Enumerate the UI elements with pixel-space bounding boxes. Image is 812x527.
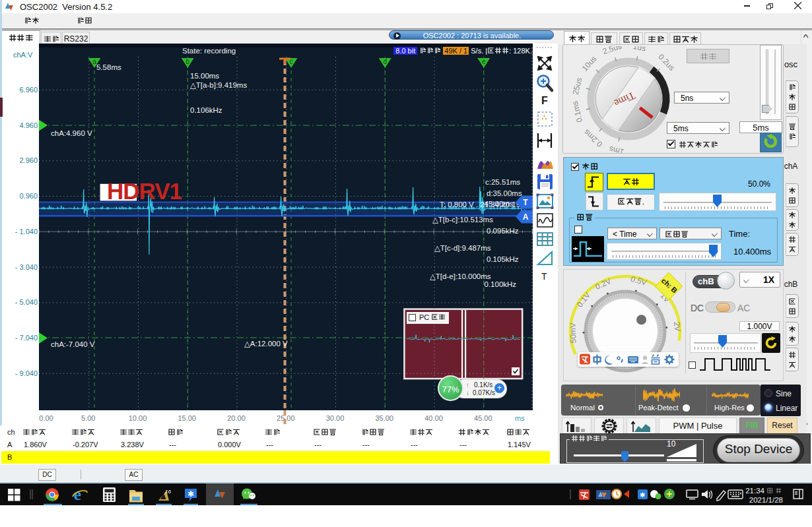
svg-text:△T[a-b]:9.419ms: △T[a-b]:9.419ms: [190, 81, 247, 89]
svg-text:50mV: 50mV: [568, 323, 578, 344]
svg-text:15.00ms: 15.00ms: [190, 72, 219, 80]
svg-text:b: b: [186, 58, 189, 65]
svg-text:F: F: [541, 95, 548, 106]
svg-text:chA:4.960 V: chA:4.960 V: [51, 129, 92, 137]
svg-text:△T[c-d]:9.487ms: △T[c-d]:9.487ms: [434, 244, 491, 252]
svg-text:25us: 25us: [570, 77, 584, 96]
svg-text:chA:-7.040 V: chA:-7.040 V: [51, 340, 95, 348]
svg-text:9: 9: [165, 495, 168, 500]
svg-text:0.5V: 0.5V: [630, 274, 648, 288]
svg-text:✱: ✱: [187, 489, 194, 499]
svg-text:d:35.00ms: d:35.00ms: [487, 189, 522, 197]
svg-text:0.100kHz: 0.100kHz: [485, 280, 517, 288]
svg-text:c:25.51ms: c:25.51ms: [485, 178, 520, 186]
svg-text:✱: ✱: [640, 491, 645, 499]
svg-text:0.106kHz: 0.106kHz: [190, 106, 222, 114]
svg-text:0.105kHz: 0.105kHz: [487, 255, 519, 263]
svg-text:1us: 1us: [632, 46, 647, 53]
svg-text:1ms: 1ms: [608, 144, 625, 153]
svg-text:△T[b-c]:10.513ms: △T[b-c]:10.513ms: [432, 216, 493, 224]
svg-text:0.2ms: 0.2ms: [582, 127, 605, 148]
svg-text:T: T: [523, 198, 528, 207]
svg-text:0.1ms: 0.1ms: [570, 100, 584, 123]
svg-text:2V: 2V: [672, 321, 682, 332]
svg-text:A: A: [523, 212, 529, 222]
svg-text:21:34: 21:34: [745, 487, 764, 495]
svg-text:2.5us: 2.5us: [601, 46, 623, 56]
svg-text:10us: 10us: [580, 54, 599, 73]
svg-text:△T[d-e]:10.000ms: △T[d-e]:10.000ms: [430, 272, 491, 280]
svg-text:45.00ms: 45.00ms: [485, 200, 514, 208]
svg-text:△A:12.000 V: △A:12.000 V: [244, 340, 288, 348]
svg-text:0.095kHz: 0.095kHz: [487, 227, 519, 235]
svg-text:d: d: [383, 58, 387, 65]
svg-text:T: T: [541, 271, 547, 282]
svg-text:HDRV1: HDRV1: [107, 178, 182, 204]
svg-text:16: 16: [165, 489, 171, 495]
svg-text:2021/1/28: 2021/1/28: [749, 496, 783, 504]
svg-text:e: e: [482, 58, 486, 65]
svg-text:5.58ms: 5.58ms: [96, 63, 121, 71]
